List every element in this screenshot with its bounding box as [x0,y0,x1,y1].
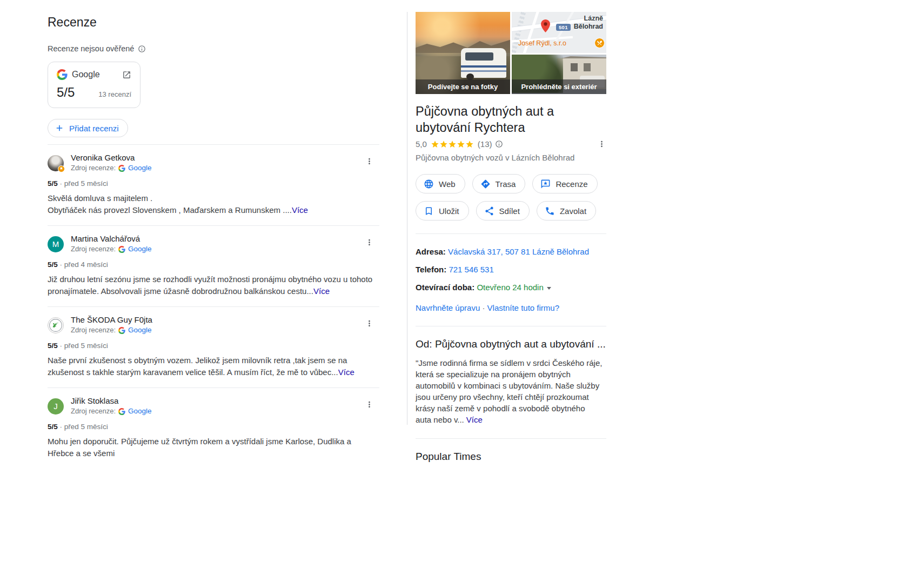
restaurant-poi-icon [594,38,605,48]
source-link[interactable]: Google [128,406,152,416]
avatar[interactable]: J [48,398,64,415]
business-subtitle: Půjčovna obytných vozů v Lázních Bělohra… [416,153,606,162]
add-review-button[interactable]: Přidat recenzi [48,119,128,137]
avatar[interactable]: M [48,236,64,252]
review-meta: 5/5před 5 měsíci [48,423,379,431]
map-tile[interactable]: 501 Lázně Bělohrad Josef Rýdl, s.r.o [512,12,606,53]
verify-note-row: Recenze nejsou ověřené [48,44,379,53]
divider [416,438,606,439]
google-logo-icon [118,408,125,415]
photos-tile[interactable]: Podívejte se na fotky [416,12,510,94]
reviewer-name[interactable]: The ŠKODA Guy F0jta [71,315,152,325]
divider [416,326,606,326]
review-text: Již druhou letní sezónu jsme se rozhodli… [48,273,379,297]
review-meta: 5/5před 5 měsíci [48,342,379,350]
google-logo-icon [118,165,125,172]
source-link[interactable]: Google [128,163,152,173]
source-label: Zdroj recenze: [71,163,116,173]
rating-count: (13) [478,139,492,149]
source-label: Zdroj recenze: [71,325,116,335]
chevron-down-icon[interactable] [547,287,551,290]
hours-label: Otevírací doba: [416,283,474,292]
share-button[interactable]: Sdílet [476,201,530,220]
review-text: Mohu jen doporučit. Půjčujeme už čtvrtým… [48,436,379,459]
address-label: Adresa: [416,247,446,256]
call-button[interactable]: Zavolat [537,201,596,220]
review-icon [540,179,551,189]
more-options-icon[interactable] [363,236,376,251]
source-label: Zdroj recenze: [71,244,116,254]
review-count: 13 recenzí [98,90,131,98]
google-rating-card[interactable]: Google 5/5 13 recenzí [48,62,140,108]
local-guide-badge-icon [58,165,65,172]
map-pin-icon [541,19,550,35]
review-item: M Martina Valchářová Zdroj recenze: Goog… [48,225,379,306]
photo-strip: Podívejte se na fotky 501 Lázně Bělohrad… [416,12,606,94]
column-divider [407,12,407,425]
exterior-tile[interactable]: Prohlédněte si exteriér [512,55,606,94]
page-title: Recenze [48,14,379,30]
bookmark-icon [424,206,434,216]
avatar[interactable] [48,317,64,333]
business-title: Půjčovna obytných aut a ubytování Rychte… [416,103,599,136]
claim-business-link[interactable]: Vlastníte tuto firmu? [487,303,559,312]
rating-score: 5/5 [57,85,75,100]
review-item: The ŠKODA Guy F0jta Zdroj recenze: Googl… [48,306,379,387]
star-rating-icons[interactable] [431,140,474,149]
more-link[interactable]: Více [466,415,483,424]
review-item: Veronika Getkova Zdroj recenze: Google 5… [48,144,379,225]
google-logo-icon [118,246,125,253]
more-options-icon[interactable] [363,155,376,170]
phone-icon [545,206,555,216]
phone-label: Telefon: [416,265,446,274]
see-exterior-caption[interactable]: Prohlédněte si exteriér [512,79,606,94]
globe-icon [424,179,434,189]
more-link[interactable]: Více [313,286,330,296]
avatar[interactable] [48,155,64,171]
review-meta: 5/5před 5 měsíci [48,179,379,188]
source-provider-label: Google [72,70,118,79]
rating-score: 5,0 [416,139,427,149]
page: Recenze Recenze nejsou ověřené Google 5/… [0,0,910,588]
camper-van-image [461,48,506,78]
about-text: "Jsme rodinná firma se sídlem v srdci Če… [416,357,603,425]
more-link[interactable]: Více [338,368,354,377]
popular-times-heading: Popular Times [416,451,606,463]
divider [416,233,606,234]
review-item: J Jiřik Stoklasa Zdroj recenze: Google 5… [48,387,379,469]
review-list: Veronika Getkova Zdroj recenze: Google 5… [48,144,379,469]
business-details: Adresa: Václavská 317, 507 81 Lázně Bělo… [416,246,606,313]
see-photos-caption[interactable]: Podívejte se na fotky [416,79,510,94]
share-icon [484,206,494,216]
address-link[interactable]: Václavská 317, 507 81 Lázně Bělohrad [448,247,589,256]
reviews-button[interactable]: Recenze [532,174,597,193]
phone-link[interactable]: 721 546 531 [449,265,493,274]
verify-note: Recenze nejsou ověřené [48,44,134,53]
info-icon[interactable] [138,45,146,53]
about-heading: Od: Půjčovna obytných aut a ubytování ..… [416,338,606,350]
add-review-label: Přidat recenzi [69,124,119,133]
source-link[interactable]: Google [128,325,152,335]
directions-icon [480,179,491,189]
directions-button[interactable]: Trasa [472,174,526,193]
web-button[interactable]: Web [416,174,465,193]
review-text: Skvělá domluva s majitelem .Obytňáček ná… [48,192,379,216]
save-button[interactable]: Uložit [416,201,469,220]
map-town-label: Lázně Bělohrad [563,15,603,31]
more-options-icon[interactable] [595,137,608,152]
rating-row: 5,0 (13) [416,139,606,149]
reviewer-name[interactable]: Martina Valchářová [71,234,152,244]
reviewer-name[interactable]: Jiřik Stoklasa [71,396,152,406]
more-link[interactable]: Více [292,205,308,215]
more-options-icon[interactable] [363,398,376,413]
plus-icon [55,123,64,133]
external-link-icon[interactable] [122,70,131,79]
info-icon[interactable] [495,140,503,148]
business-panel: Podívejte se na fotky 501 Lázně Bělohrad… [416,0,606,463]
more-options-icon[interactable] [363,317,376,332]
google-logo-icon [118,327,125,334]
suggest-edit-link[interactable]: Navrhněte úpravu [416,303,480,312]
hours-status[interactable]: Otevřeno 24 hodin [477,283,543,292]
reviewer-name[interactable]: Veronika Getkova [71,153,152,163]
source-link[interactable]: Google [128,244,152,254]
